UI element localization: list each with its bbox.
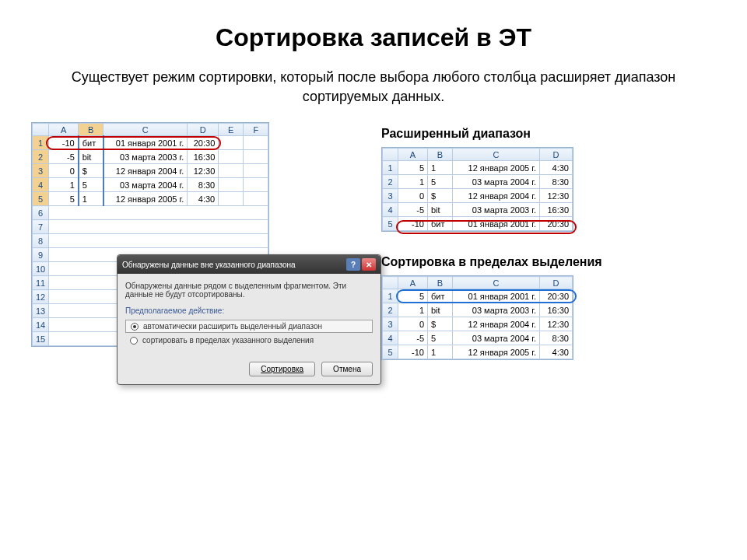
cell[interactable]: 1 bbox=[428, 161, 453, 175]
col-header[interactable]: C bbox=[453, 149, 540, 161]
cell[interactable]: 12 января 2004 г. bbox=[453, 317, 540, 331]
cell[interactable]: -5 bbox=[398, 203, 428, 217]
cell[interactable]: bit bbox=[428, 303, 453, 317]
cell[interactable]: 8:30 bbox=[188, 178, 219, 192]
cell[interactable] bbox=[219, 136, 244, 150]
col-header[interactable]: B bbox=[79, 124, 103, 136]
close-icon[interactable]: ✕ bbox=[362, 258, 376, 271]
cell[interactable]: 5 bbox=[49, 192, 79, 206]
cell[interactable]: 12:30 bbox=[540, 317, 573, 331]
cell[interactable] bbox=[244, 192, 268, 206]
row-header[interactable]: 1 bbox=[33, 136, 49, 150]
cell[interactable]: 03 марта 2003 г. bbox=[453, 203, 540, 217]
cell[interactable]: 1 bbox=[79, 192, 103, 206]
cell[interactable]: 16:30 bbox=[188, 150, 219, 164]
cell[interactable]: 12 января 2005 г. bbox=[453, 161, 540, 175]
spreadsheet-extended[interactable]: A B C D 15112 января 2005 г.4:30 21503 м… bbox=[381, 147, 573, 232]
cell[interactable] bbox=[244, 164, 268, 178]
row-header[interactable]: 3 bbox=[383, 189, 398, 203]
select-all-cell[interactable] bbox=[383, 149, 398, 161]
cell[interactable] bbox=[219, 178, 244, 192]
cell[interactable]: 20:30 bbox=[540, 289, 573, 303]
col-header[interactable]: B bbox=[428, 277, 453, 289]
row-header[interactable]: 4 bbox=[33, 178, 49, 192]
cell[interactable] bbox=[219, 150, 244, 164]
cell[interactable]: 12:30 bbox=[540, 189, 573, 203]
cell[interactable]: 1 bbox=[49, 178, 79, 192]
row-header[interactable]: 2 bbox=[383, 303, 398, 317]
row-header[interactable]: 5 bbox=[33, 192, 49, 206]
row-header[interactable]: 1 bbox=[383, 289, 398, 303]
cell[interactable]: 12 января 2004 г. bbox=[453, 189, 540, 203]
cell[interactable]: 03 марта 2004 г. bbox=[453, 175, 540, 189]
cell[interactable]: 0 bbox=[398, 317, 428, 331]
row-header[interactable]: 5 bbox=[383, 345, 398, 359]
row-header[interactable]: 13 bbox=[33, 304, 49, 318]
row-header[interactable]: 10 bbox=[33, 262, 49, 276]
row-header[interactable]: 3 bbox=[383, 317, 398, 331]
col-header[interactable]: C bbox=[453, 277, 540, 289]
cell[interactable]: 5 bbox=[79, 178, 103, 192]
row-header[interactable]: 5 bbox=[383, 217, 398, 231]
col-header[interactable]: B bbox=[428, 149, 453, 161]
cell[interactable]: $ bbox=[428, 317, 453, 331]
cell[interactable]: -5 bbox=[49, 150, 79, 164]
cell[interactable]: 12:30 bbox=[188, 164, 219, 178]
col-header[interactable]: A bbox=[398, 149, 428, 161]
cell[interactable]: 16:30 bbox=[540, 303, 573, 317]
cell[interactable] bbox=[244, 178, 268, 192]
row-header[interactable]: 12 bbox=[33, 290, 49, 304]
cell[interactable]: 0 bbox=[398, 189, 428, 203]
cell[interactable]: 16:30 bbox=[540, 203, 573, 217]
cell[interactable]: 8:30 bbox=[540, 175, 573, 189]
help-icon[interactable]: ? bbox=[346, 258, 360, 271]
cell[interactable]: 03 марта 2004 г. bbox=[453, 331, 540, 345]
cell[interactable]: -5 bbox=[398, 331, 428, 345]
cell[interactable]: -10 bbox=[49, 136, 79, 150]
col-header[interactable]: D bbox=[188, 124, 219, 136]
select-all-cell[interactable] bbox=[383, 277, 398, 289]
cell[interactable]: 01 января 2001 г. bbox=[453, 217, 540, 231]
cell[interactable]: 12 января 2005 г. bbox=[103, 192, 188, 206]
row-header[interactable]: 14 bbox=[33, 318, 49, 332]
cell[interactable]: 5 bbox=[398, 161, 428, 175]
cell[interactable]: 0 bbox=[49, 164, 79, 178]
cell[interactable]: 4:30 bbox=[540, 345, 573, 359]
cell[interactable]: bit bbox=[79, 150, 103, 164]
row-header[interactable]: 9 bbox=[33, 248, 49, 262]
cell[interactable]: 1 bbox=[428, 345, 453, 359]
cell[interactable] bbox=[49, 220, 268, 234]
row-header[interactable]: 1 bbox=[383, 161, 398, 175]
cell[interactable] bbox=[49, 206, 268, 220]
cell[interactable]: бит bbox=[79, 136, 103, 150]
cell[interactable]: 20:30 bbox=[540, 217, 573, 231]
cell[interactable]: 1 bbox=[398, 303, 428, 317]
col-header[interactable]: A bbox=[49, 124, 79, 136]
col-header[interactable]: D bbox=[540, 277, 573, 289]
cell[interactable]: 4:30 bbox=[540, 161, 573, 175]
cell[interactable] bbox=[219, 192, 244, 206]
row-header[interactable]: 7 bbox=[33, 220, 49, 234]
cancel-button[interactable]: Отмена bbox=[321, 362, 373, 376]
cell[interactable]: 03 марта 2004 г. bbox=[103, 178, 188, 192]
cell[interactable]: 01 января 2001 г. bbox=[103, 136, 188, 150]
radio-sort-within[interactable]: сортировать в пределах указанного выделе… bbox=[125, 334, 373, 346]
row-header[interactable]: 4 bbox=[383, 203, 398, 217]
radio-expand-selection[interactable]: автоматически расширить выделенный диапа… bbox=[125, 320, 373, 333]
row-header[interactable]: 2 bbox=[383, 175, 398, 189]
col-header[interactable]: C bbox=[103, 124, 188, 136]
cell[interactable]: $ bbox=[428, 189, 453, 203]
cell[interactable]: 4:30 bbox=[188, 192, 219, 206]
col-header[interactable]: A bbox=[398, 277, 428, 289]
row-header[interactable]: 11 bbox=[33, 276, 49, 290]
cell[interactable]: бит bbox=[428, 289, 453, 303]
cell[interactable]: 12 января 2004 г. bbox=[103, 164, 188, 178]
cell[interactable] bbox=[49, 234, 268, 248]
cell[interactable]: -10 bbox=[398, 345, 428, 359]
select-all-cell[interactable] bbox=[33, 124, 49, 136]
sort-button[interactable]: Сортировка bbox=[249, 362, 315, 376]
row-header[interactable]: 6 bbox=[33, 206, 49, 220]
row-header[interactable]: 2 bbox=[33, 150, 49, 164]
row-header[interactable]: 8 bbox=[33, 234, 49, 248]
spreadsheet-within[interactable]: A B C D 15бит01 января 2001 г.20:30 21bi… bbox=[381, 275, 573, 360]
